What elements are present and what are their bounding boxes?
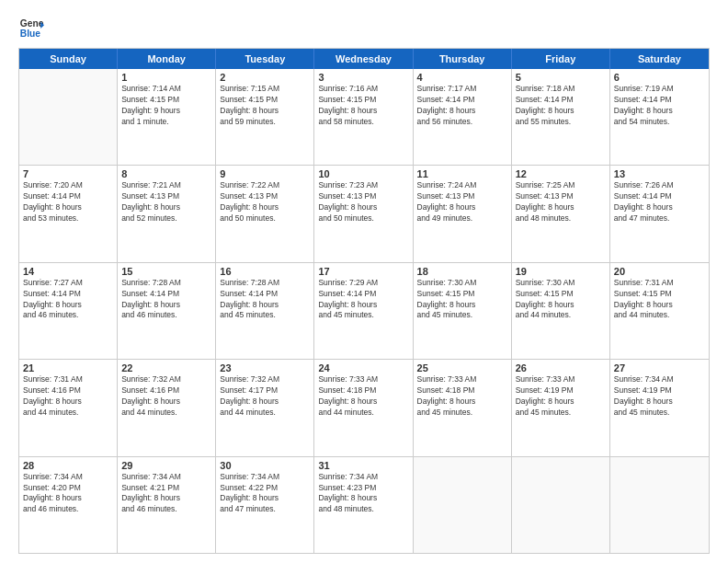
cell-text: Sunrise: 7:17 AM Sunset: 4:14 PM Dayligh… xyxy=(417,84,507,128)
header-cell-sunday: Sunday xyxy=(19,49,118,69)
day-number: 27 xyxy=(614,362,705,373)
calendar-cell-8: 8Sunrise: 7:21 AM Sunset: 4:13 PM Daylig… xyxy=(118,166,216,261)
calendar-body: 1Sunrise: 7:14 AM Sunset: 4:15 PM Daylig… xyxy=(19,69,709,553)
cell-text: Sunrise: 7:19 AM Sunset: 4:14 PM Dayligh… xyxy=(614,84,705,128)
calendar-cell-12: 12Sunrise: 7:25 AM Sunset: 4:13 PM Dayli… xyxy=(512,166,610,261)
calendar-cell-15: 15Sunrise: 7:28 AM Sunset: 4:14 PM Dayli… xyxy=(118,263,216,359)
calendar-cell-1: 1Sunrise: 7:14 AM Sunset: 4:15 PM Daylig… xyxy=(118,69,216,165)
calendar-cell-20: 20Sunrise: 7:31 AM Sunset: 4:15 PM Dayli… xyxy=(610,263,709,359)
day-number: 6 xyxy=(614,72,705,83)
calendar-row-5: 28Sunrise: 7:34 AM Sunset: 4:20 PM Dayli… xyxy=(19,456,709,553)
cell-text: Sunrise: 7:14 AM Sunset: 4:15 PM Dayligh… xyxy=(121,84,211,128)
cell-text: Sunrise: 7:16 AM Sunset: 4:15 PM Dayligh… xyxy=(318,84,408,128)
calendar-row-4: 21Sunrise: 7:31 AM Sunset: 4:16 PM Dayli… xyxy=(19,359,709,455)
day-number: 7 xyxy=(23,168,113,179)
calendar-cell-31: 31Sunrise: 7:34 AM Sunset: 4:23 PM Dayli… xyxy=(314,457,413,553)
day-number: 29 xyxy=(121,460,211,471)
cell-text: Sunrise: 7:34 AM Sunset: 4:20 PM Dayligh… xyxy=(23,472,113,516)
cell-text: Sunrise: 7:24 AM Sunset: 4:13 PM Dayligh… xyxy=(417,180,507,224)
calendar-cell-empty-4-6 xyxy=(610,457,709,553)
calendar-cell-17: 17Sunrise: 7:29 AM Sunset: 4:14 PM Dayli… xyxy=(314,263,413,359)
day-number: 18 xyxy=(417,266,507,277)
header-cell-wednesday: Wednesday xyxy=(314,49,413,69)
day-number: 12 xyxy=(516,168,606,179)
day-number: 31 xyxy=(318,460,408,471)
cell-text: Sunrise: 7:25 AM Sunset: 4:13 PM Dayligh… xyxy=(516,180,606,224)
cell-text: Sunrise: 7:30 AM Sunset: 4:15 PM Dayligh… xyxy=(417,278,507,322)
svg-text:General: General xyxy=(20,18,44,29)
calendar-cell-14: 14Sunrise: 7:27 AM Sunset: 4:14 PM Dayli… xyxy=(19,263,118,359)
cell-text: Sunrise: 7:34 AM Sunset: 4:22 PM Dayligh… xyxy=(220,472,310,516)
header-cell-saturday: Saturday xyxy=(610,49,709,69)
cell-text: Sunrise: 7:15 AM Sunset: 4:15 PM Dayligh… xyxy=(220,84,310,128)
header-cell-thursday: Thursday xyxy=(414,49,512,69)
cell-text: Sunrise: 7:32 AM Sunset: 4:16 PM Dayligh… xyxy=(121,374,211,419)
calendar-cell-6: 6Sunrise: 7:19 AM Sunset: 4:14 PM Daylig… xyxy=(610,69,709,165)
calendar-cell-empty-4-5 xyxy=(512,457,610,553)
header-cell-friday: Friday xyxy=(512,49,610,69)
day-number: 17 xyxy=(318,266,408,277)
day-number: 26 xyxy=(516,362,606,373)
cell-text: Sunrise: 7:32 AM Sunset: 4:17 PM Dayligh… xyxy=(220,374,310,419)
calendar-cell-3: 3Sunrise: 7:16 AM Sunset: 4:15 PM Daylig… xyxy=(314,69,413,165)
day-number: 21 xyxy=(23,362,113,373)
calendar-cell-22: 22Sunrise: 7:32 AM Sunset: 4:16 PM Dayli… xyxy=(118,360,216,455)
cell-text: Sunrise: 7:27 AM Sunset: 4:14 PM Dayligh… xyxy=(23,278,113,322)
day-number: 30 xyxy=(220,460,310,471)
cell-text: Sunrise: 7:34 AM Sunset: 4:19 PM Dayligh… xyxy=(614,374,705,419)
day-number: 3 xyxy=(318,72,408,83)
cell-text: Sunrise: 7:30 AM Sunset: 4:15 PM Dayligh… xyxy=(516,278,606,322)
cell-text: Sunrise: 7:33 AM Sunset: 4:19 PM Dayligh… xyxy=(516,374,606,419)
day-number: 20 xyxy=(614,266,705,277)
calendar-cell-5: 5Sunrise: 7:18 AM Sunset: 4:14 PM Daylig… xyxy=(512,69,610,165)
cell-text: Sunrise: 7:31 AM Sunset: 4:15 PM Dayligh… xyxy=(614,278,705,322)
calendar-cell-18: 18Sunrise: 7:30 AM Sunset: 4:15 PM Dayli… xyxy=(414,263,512,359)
header-cell-tuesday: Tuesday xyxy=(216,49,314,69)
calendar-cell-24: 24Sunrise: 7:33 AM Sunset: 4:18 PM Dayli… xyxy=(314,360,413,455)
cell-text: Sunrise: 7:33 AM Sunset: 4:18 PM Dayligh… xyxy=(318,374,408,419)
day-number: 8 xyxy=(121,168,211,179)
calendar-row-3: 14Sunrise: 7:27 AM Sunset: 4:14 PM Dayli… xyxy=(19,262,709,359)
cell-text: Sunrise: 7:28 AM Sunset: 4:14 PM Dayligh… xyxy=(220,278,310,322)
calendar-header-row: SundayMondayTuesdayWednesdayThursdayFrid… xyxy=(19,49,709,69)
cell-text: Sunrise: 7:34 AM Sunset: 4:23 PM Dayligh… xyxy=(318,472,408,516)
day-number: 15 xyxy=(121,266,211,277)
calendar-cell-10: 10Sunrise: 7:23 AM Sunset: 4:13 PM Dayli… xyxy=(314,166,413,261)
cell-text: Sunrise: 7:34 AM Sunset: 4:21 PM Dayligh… xyxy=(121,472,211,516)
day-number: 24 xyxy=(318,362,408,373)
logo: General Blue xyxy=(18,15,44,40)
cell-text: Sunrise: 7:29 AM Sunset: 4:14 PM Dayligh… xyxy=(318,278,408,322)
day-number: 16 xyxy=(220,266,310,277)
calendar-cell-19: 19Sunrise: 7:30 AM Sunset: 4:15 PM Dayli… xyxy=(512,263,610,359)
cell-text: Sunrise: 7:21 AM Sunset: 4:13 PM Dayligh… xyxy=(121,180,211,224)
calendar-cell-27: 27Sunrise: 7:34 AM Sunset: 4:19 PM Dayli… xyxy=(610,360,709,455)
day-number: 13 xyxy=(614,168,705,179)
calendar-cell-13: 13Sunrise: 7:26 AM Sunset: 4:14 PM Dayli… xyxy=(610,166,709,261)
calendar-cell-30: 30Sunrise: 7:34 AM Sunset: 4:22 PM Dayli… xyxy=(216,457,314,553)
calendar-cell-7: 7Sunrise: 7:20 AM Sunset: 4:14 PM Daylig… xyxy=(19,166,118,261)
calendar-cell-26: 26Sunrise: 7:33 AM Sunset: 4:19 PM Dayli… xyxy=(512,360,610,455)
cell-text: Sunrise: 7:33 AM Sunset: 4:18 PM Dayligh… xyxy=(417,374,507,419)
header: General Blue xyxy=(18,15,710,40)
cell-text: Sunrise: 7:23 AM Sunset: 4:13 PM Dayligh… xyxy=(318,180,408,224)
day-number: 14 xyxy=(23,266,113,277)
cell-text: Sunrise: 7:28 AM Sunset: 4:14 PM Dayligh… xyxy=(121,278,211,322)
calendar-cell-21: 21Sunrise: 7:31 AM Sunset: 4:16 PM Dayli… xyxy=(19,360,118,455)
day-number: 5 xyxy=(516,72,606,83)
calendar-row-1: 1Sunrise: 7:14 AM Sunset: 4:15 PM Daylig… xyxy=(19,69,709,165)
day-number: 2 xyxy=(220,72,310,83)
day-number: 9 xyxy=(220,168,310,179)
logo-icon: General Blue xyxy=(18,15,44,40)
day-number: 25 xyxy=(417,362,507,373)
cell-text: Sunrise: 7:18 AM Sunset: 4:14 PM Dayligh… xyxy=(516,84,606,128)
day-number: 11 xyxy=(417,168,507,179)
day-number: 1 xyxy=(121,72,211,83)
cell-text: Sunrise: 7:26 AM Sunset: 4:14 PM Dayligh… xyxy=(614,180,705,224)
calendar-cell-11: 11Sunrise: 7:24 AM Sunset: 4:13 PM Dayli… xyxy=(414,166,512,261)
calendar-cell-25: 25Sunrise: 7:33 AM Sunset: 4:18 PM Dayli… xyxy=(414,360,512,455)
calendar-cell-empty-4-4 xyxy=(414,457,512,553)
calendar-cell-29: 29Sunrise: 7:34 AM Sunset: 4:21 PM Dayli… xyxy=(118,457,216,553)
header-cell-monday: Monday xyxy=(118,49,216,69)
calendar-cell-empty-0-0 xyxy=(19,69,118,165)
cell-text: Sunrise: 7:22 AM Sunset: 4:13 PM Dayligh… xyxy=(220,180,310,224)
